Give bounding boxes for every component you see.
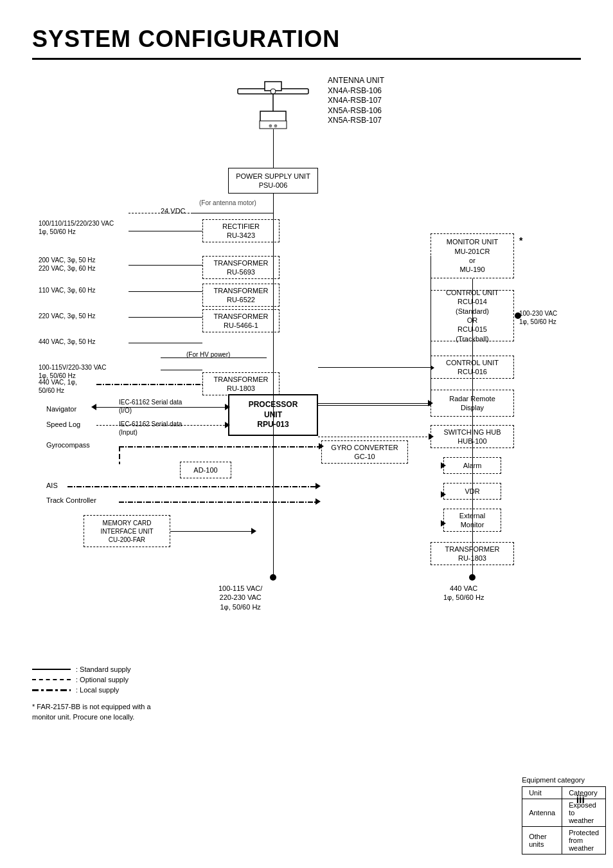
to-hub <box>318 437 431 437</box>
left-bus-v <box>273 194 274 577</box>
transformer-ru6522-box: TRANSFORMER RU-6522 <box>202 284 280 307</box>
title-underline <box>32 58 581 60</box>
ais-arrow <box>315 483 321 489</box>
to-radar-remote-arrow <box>428 400 433 406</box>
gyro-line <box>119 446 321 448</box>
proc-to-monitor <box>318 405 431 406</box>
eq-category-title: Equipment category <box>522 776 585 784</box>
legend-local: : Local supply <box>32 686 131 694</box>
legend-standard-text: : Standard supply <box>76 665 131 673</box>
vac-to-rect-line <box>129 231 202 231</box>
gyro-v-line <box>119 446 120 464</box>
eq-row2-col2: Protected from weather <box>562 827 606 854</box>
mem-line <box>170 531 254 532</box>
for-antenna-label: (For antenna motor) <box>199 199 256 207</box>
vdc24-label: 24 VDC <box>161 206 186 215</box>
track-line <box>119 502 318 503</box>
vdc24-line2 <box>129 213 193 213</box>
page-number: iii <box>576 794 585 806</box>
hz-5060-label: 50/60 Hz <box>39 386 64 395</box>
speedlog-arrow <box>225 422 230 428</box>
transformer-ru5466-box: TRANSFORMER RU-5466-1 <box>202 309 280 332</box>
ais-label: AIS <box>46 481 58 490</box>
svg-point-6 <box>271 89 276 94</box>
eq-category-section: Equipment category Unit Category Antenna… <box>522 776 585 786</box>
eq-row2-col1: Other units <box>522 827 562 854</box>
legend-local-text: : Local supply <box>76 686 119 694</box>
antenna-label: ANTENNA UNIT XN4A-RSB-106 XN4A-RSB-107 X… <box>328 76 384 126</box>
v440-line <box>129 343 202 343</box>
nav-line <box>93 407 228 408</box>
iec-io-label: IEC-61162 Serial data (I/O) <box>119 398 182 415</box>
psu-box: POWER SUPPLY UNIT PSU-006 <box>228 168 318 194</box>
navigator-label: Navigator <box>46 404 76 413</box>
to-radar-remote <box>318 403 431 404</box>
dashdot-v440-1ph <box>96 384 202 385</box>
gyro-converter-box: GYRO CONVERTER GC-10 <box>321 440 408 464</box>
nav-arrow-l <box>91 404 96 410</box>
vac200-label: 200 VAC, 3φ, 50 Hz 220 VAC, 3φ, 60 Hz <box>39 256 96 273</box>
diagram-area: ⊕ ⊕ ANTENNA UNIT XN4A-RSB-106 XN4A-RSB-1… <box>32 73 585 812</box>
eq-table: Unit Category Antenna Exposed to weather… <box>522 786 606 854</box>
to-rcu016 <box>318 367 431 368</box>
legend-area: : Standard supply : Optional supply : Lo… <box>32 665 131 696</box>
monitor-v-line <box>431 256 431 405</box>
rectifier-box: RECTIFIER RU-3423 <box>202 219 280 242</box>
track-arrow <box>315 498 321 505</box>
v220-line <box>129 317 202 318</box>
antenna-icon: ⊕ ⊕ <box>231 73 315 131</box>
v100-115-line <box>161 370 202 370</box>
monitor-box: MONITOR UNIT MU-201CR or MU-190 <box>431 233 514 278</box>
vac440-label: 440 VAC, 3φ, 50 Hz <box>39 338 96 346</box>
legend-optional-text: : Optional supply <box>76 676 129 683</box>
transformer-ru5693-box: TRANSFORMER RU-5693 <box>202 256 280 279</box>
iec-input-label: IEC-61162 Serial data (Input) <box>119 420 182 437</box>
vac100-230-right: 100-230 VAC 1φ, 50/60 Hz <box>519 309 557 326</box>
right-bus-v <box>472 278 473 577</box>
ais-line <box>67 486 318 487</box>
vdr-arrow <box>441 491 446 498</box>
legend-optional: : Optional supply <box>32 676 131 683</box>
v200-line <box>129 265 202 266</box>
legend-standard: : Standard supply <box>32 665 131 673</box>
vac110-label: 110 VAC, 3φ, 60 Hz <box>39 286 96 294</box>
legend-standard-line <box>32 669 71 670</box>
ad100-box: AD-100 <box>180 462 231 478</box>
vac-bottom-left: 100-115 VAC/ 220-230 VAC 1φ, 50/60 Hz <box>218 584 262 611</box>
svg-text:⊕ ⊕: ⊕ ⊕ <box>269 123 278 128</box>
v110-line <box>129 291 202 292</box>
star-label: * <box>519 235 522 246</box>
transformer-ru1803-left-box: TRANSFORMER RU-1803 <box>202 372 280 395</box>
vac220-label: 220 VAC, 3φ, 50 Hz <box>39 312 96 320</box>
hv-line <box>161 357 267 358</box>
vac440-1ph-label: 440 VAC, 1φ, <box>39 378 77 386</box>
alarm-arrow <box>441 462 446 469</box>
vac-label: 100/110/115/220/230 VAC 1φ, 50/60 Hz <box>39 219 114 236</box>
track-controller-label: Track Controller <box>46 496 96 505</box>
dot-rcu014 <box>515 312 521 319</box>
gyro-arrow <box>319 443 324 449</box>
to-hub-arrow <box>429 433 434 440</box>
page-title: SYSTEM CONFIGURATION <box>32 26 581 53</box>
speed-log-label: Speed Log <box>46 420 80 429</box>
speedlog-line <box>96 425 228 426</box>
ext-monitor-arrow <box>441 520 446 527</box>
vdc24-line <box>193 213 273 213</box>
memory-card-box: MEMORY CARD INTERFACE UNIT CU-200-FAR <box>84 515 170 547</box>
eq-row1-col1: Antenna <box>522 799 562 827</box>
eq-col1: Unit <box>522 787 562 799</box>
legend-local-line <box>32 689 71 691</box>
antenna-to-psu-line <box>273 129 274 168</box>
footnote: * FAR-2157-BB is not equipped with a mon… <box>32 702 151 722</box>
legend-optional-line <box>32 679 71 680</box>
nav-arrow <box>225 404 230 410</box>
gyrocompass-label: Gyrocompass <box>46 440 90 449</box>
vac-bottom-right: 440 VAC 1φ, 50/60 Hz <box>443 584 484 602</box>
mem-arrow <box>251 528 256 534</box>
